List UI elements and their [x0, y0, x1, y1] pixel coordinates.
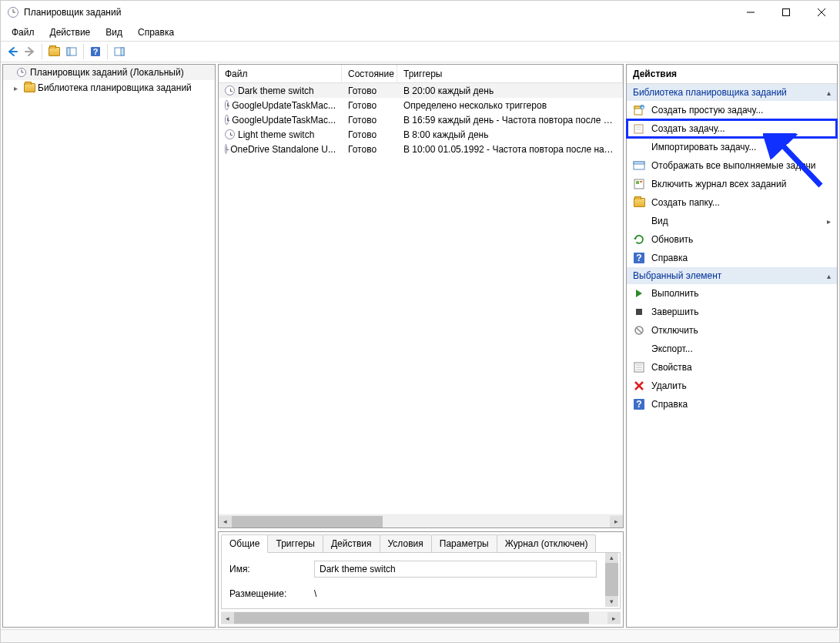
action-label: Отключить — [651, 325, 698, 336]
scroll-left-arrow[interactable]: ◂ — [219, 516, 232, 527]
task-row[interactable]: OneDrive Standalone U...ГотовоВ 10:00 01… — [219, 142, 623, 156]
svg-rect-4 — [783, 9, 790, 16]
close-button[interactable] — [804, 1, 839, 24]
menu-action[interactable]: Действие — [42, 25, 99, 40]
scroll-track[interactable] — [234, 611, 607, 625]
actions-section-selected-label: Выбранный элемент — [633, 270, 721, 281]
task-state: Готово — [342, 115, 397, 126]
tab-history[interactable]: Журнал (отключен) — [497, 534, 597, 553]
tab-conditions[interactable]: Условия — [380, 534, 432, 553]
scroll-right-arrow[interactable]: ▸ — [610, 516, 623, 527]
back-button[interactable] — [4, 43, 21, 60]
delete-icon — [633, 380, 645, 392]
tree-library-label: Библиотека планировщика заданий — [38, 82, 192, 93]
app-icon — [7, 6, 19, 18]
svg-rect-30 — [636, 309, 642, 315]
task-trigger: В 16:59 каждый день - Частота повтора по… — [397, 115, 623, 126]
task-row[interactable]: GoogleUpdateTaskMac...ГотовоОпределено н… — [219, 98, 623, 112]
tree-root-node[interactable]: Планировщик заданий (Локальный) — [3, 65, 215, 80]
scroll-right-arrow[interactable]: ▸ — [607, 612, 621, 624]
action-свойства[interactable]: Свойства — [627, 358, 837, 377]
scroll-down-arrow[interactable]: ▾ — [605, 596, 618, 607]
svg-line-32 — [637, 328, 642, 333]
create-task-icon — [633, 122, 645, 135]
properties-icon — [633, 361, 645, 373]
task-name: Light theme switch — [238, 129, 314, 140]
action-отключить[interactable]: Отключить — [627, 321, 837, 340]
maximize-button[interactable] — [768, 1, 804, 24]
scroll-thumb[interactable] — [605, 563, 618, 595]
task-state: Готово — [342, 144, 397, 155]
help-icon: ? — [633, 398, 645, 410]
detail-horizontal-scrollbar[interactable]: ◂ ▸ — [221, 611, 621, 625]
task-state: Готово — [342, 100, 397, 111]
chevron-right-icon: ▸ — [827, 217, 831, 226]
action-выполнить[interactable]: Выполнить — [627, 284, 837, 303]
action-удалить[interactable]: Удалить — [627, 377, 837, 395]
tree-library-node[interactable]: ▸ Библиотека планировщика заданий — [3, 80, 215, 95]
toolbar-separator — [42, 44, 42, 59]
task-name: Dark theme switch — [238, 85, 314, 96]
action-отображать-все-выполняемые-задачи[interactable]: Отображать все выполняемые задачи — [627, 156, 837, 175]
action-label: Создать папку... — [651, 197, 720, 208]
action-экспорт-[interactable]: Экспорт... — [627, 340, 837, 358]
show-hide-action-button[interactable] — [111, 43, 128, 60]
tab-triggers[interactable]: Триггеры — [267, 534, 323, 553]
detail-name-label: Имя: — [229, 564, 314, 574]
col-header-state[interactable]: Состояние — [342, 65, 397, 82]
forward-button[interactable] — [22, 43, 38, 60]
scheduler-icon — [15, 66, 28, 79]
task-trigger: В 10:00 01.05.1992 - Частота повтора пос… — [397, 144, 623, 155]
tab-settings[interactable]: Параметры — [431, 534, 497, 553]
action-label: Завершить — [651, 306, 699, 317]
menu-file[interactable]: Файл — [4, 25, 42, 40]
vertical-scrollbar[interactable]: ▴ ▾ — [605, 552, 618, 607]
scroll-left-arrow[interactable]: ◂ — [221, 612, 234, 624]
col-header-file[interactable]: Файл — [219, 65, 342, 82]
menu-help[interactable]: Справка — [130, 25, 182, 40]
actions-pane: Действия Библиотека планировщика заданий… — [626, 64, 838, 628]
action-создать-папку-[interactable]: Создать папку... — [627, 193, 837, 212]
task-state: Готово — [342, 85, 397, 96]
menu-bar: Файл Действие Вид Справка — [1, 24, 839, 41]
action-импортировать-задачу-[interactable]: Импортировать задачу... — [627, 138, 837, 156]
svg-text:?: ? — [636, 399, 641, 410]
scroll-track[interactable] — [232, 515, 610, 527]
action-label: Создать простую задачу... — [651, 105, 763, 116]
task-row[interactable]: Light theme switchГотовоВ 8:00 каждый де… — [219, 127, 623, 142]
action-включить-журнал-всех-заданий[interactable]: Включить журнал всех заданий — [627, 175, 837, 193]
collapse-icon: ▴ — [827, 89, 831, 97]
task-table: Файл Состояние Триггеры Dark theme switc… — [219, 65, 623, 514]
action-обновить[interactable]: Обновить — [627, 230, 837, 249]
menu-view[interactable]: Вид — [98, 25, 130, 40]
help-button[interactable]: ? — [87, 43, 104, 60]
task-row[interactable]: Dark theme switchГотовоВ 20:00 каждый де… — [219, 83, 623, 98]
svg-rect-12 — [121, 48, 124, 55]
action-вид[interactable]: Вид▸ — [627, 212, 837, 230]
task-icon — [225, 129, 235, 139]
task-icon — [225, 115, 229, 125]
action-создать-задачу-[interactable]: Создать задачу... — [627, 119, 837, 138]
show-hide-tree-button[interactable] — [63, 43, 80, 60]
help-icon: ? — [633, 252, 645, 264]
scroll-up-arrow[interactable]: ▴ — [605, 552, 618, 563]
action-завершить[interactable]: Завершить — [627, 303, 837, 321]
horizontal-scrollbar[interactable]: ◂ ▸ — [219, 514, 623, 527]
action-справка[interactable]: ?Справка — [627, 395, 837, 414]
minimize-button[interactable] — [733, 1, 768, 24]
actions-section-library[interactable]: Библиотека планировщика заданий ▴ — [627, 84, 837, 101]
actions-section-selected[interactable]: Выбранный элемент ▴ — [627, 267, 837, 284]
action-label: Удалить — [651, 380, 687, 391]
action-label: Создать задачу... — [651, 123, 725, 134]
actions-pane-header: Действия — [627, 65, 837, 84]
create-basic-task-icon: ✦ — [633, 104, 645, 116]
tab-actions[interactable]: Действия — [323, 534, 380, 553]
up-button[interactable] — [45, 43, 62, 60]
col-header-triggers[interactable]: Триггеры — [397, 65, 623, 82]
task-row[interactable]: GoogleUpdateTaskMac...ГотовоВ 16:59 кажд… — [219, 112, 623, 127]
new-folder-icon — [633, 196, 645, 209]
tab-general[interactable]: Общие — [221, 534, 268, 553]
action-справка[interactable]: ?Справка — [627, 249, 837, 267]
action-создать-простую-задачу-[interactable]: ✦Создать простую задачу... — [627, 101, 837, 119]
detail-name-field[interactable] — [314, 561, 597, 578]
